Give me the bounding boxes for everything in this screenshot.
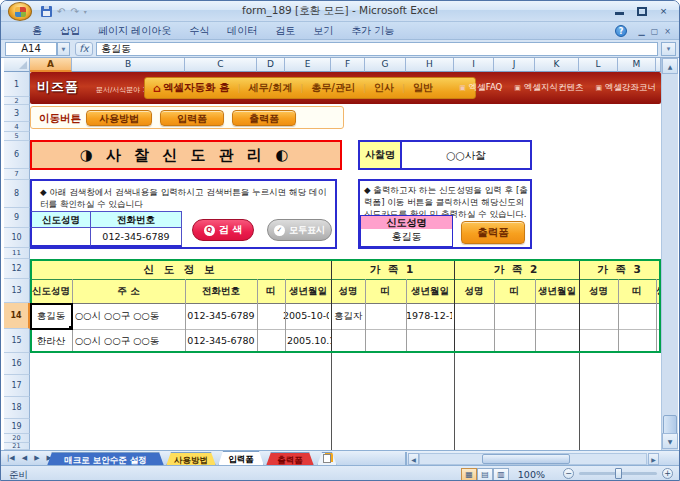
row-header-21[interactable]: 21 — [4, 443, 30, 450]
first-sheet-icon[interactable]: |◀ — [5, 453, 17, 463]
help-button[interactable]: ? — [615, 25, 627, 37]
horizontal-scrollbar[interactable] — [419, 453, 647, 465]
column-header-J[interactable]: J — [494, 58, 535, 72]
column-header-B[interactable]: B — [72, 58, 185, 72]
column-header-K[interactable]: K — [535, 58, 579, 72]
scroll-down-icon[interactable]: ▼ — [662, 433, 678, 449]
maximize-button[interactable] — [634, 5, 649, 17]
formula-bar-expand-icon[interactable]: ▾ — [661, 42, 676, 56]
hscroll-right-icon[interactable]: ▶ — [648, 453, 659, 465]
zoom-in-icon[interactable]: + — [662, 468, 673, 479]
zoom-thumb[interactable] — [615, 468, 622, 479]
search-phone-input[interactable]: 012-345-6789 — [90, 227, 182, 247]
cell-b14-address[interactable]: ○○시 ○○구 ○○동 — [75, 303, 184, 329]
tab-formulas[interactable]: 수식 — [180, 22, 218, 40]
cell-e15-birthdate[interactable]: 2005.10.1 — [287, 329, 331, 353]
goto-usage-button[interactable]: 사용방법 — [86, 110, 152, 126]
row-header-9[interactable]: 9 — [4, 208, 30, 228]
row-header-4[interactable]: 4 — [4, 122, 30, 132]
tab-addins[interactable]: 추가 기능 — [342, 22, 403, 40]
menu-hr[interactable]: 인사 — [374, 81, 394, 95]
office-button[interactable] — [8, 2, 32, 21]
cell-e14-birthdate[interactable]: 2005-10-01 — [283, 303, 329, 329]
link-excel-faq[interactable]: ▣엑셀FAQ — [459, 82, 502, 94]
column-header-G[interactable]: G — [365, 58, 406, 72]
row-header-16[interactable]: 16 — [4, 353, 30, 375]
column-header-H[interactable]: H — [406, 58, 454, 72]
column-header-L[interactable]: L — [579, 58, 618, 72]
row-header-8[interactable]: 8 — [4, 180, 30, 208]
tab-insert[interactable]: 삽입 — [51, 22, 89, 40]
prev-sheet-icon[interactable]: ◀ — [20, 453, 29, 463]
row-header-19[interactable]: 19 — [4, 419, 30, 434]
cell-f14-family-name[interactable]: 홍길자 — [334, 303, 404, 329]
menu-tax-accounting[interactable]: 세무/회계 — [249, 81, 293, 95]
tab-home[interactable]: 홈 — [23, 22, 51, 40]
column-header-M[interactable]: M — [618, 58, 656, 72]
minimize-button[interactable] — [612, 5, 627, 17]
search-button[interactable]: Q검 색 — [192, 219, 254, 241]
restore-icon[interactable]: ▢ — [651, 27, 659, 36]
column-header-A[interactable]: A — [30, 58, 72, 72]
zoom-level[interactable]: 100% — [518, 469, 545, 480]
bizform-logo[interactable]: 비즈폼 — [37, 78, 79, 96]
cell-h14-family-birthdate[interactable]: 1978-12-10 — [406, 303, 452, 329]
zoom-track[interactable] — [579, 472, 657, 475]
close-button[interactable]: × — [656, 5, 671, 17]
page-break-view-icon[interactable]: ▥ — [493, 468, 509, 481]
row-header-2[interactable]: 2 — [4, 97, 30, 105]
row-header-13[interactable]: 13 — [4, 279, 30, 303]
close-icon[interactable]: × — [664, 27, 671, 36]
cell-a15-member-name[interactable]: 한라산 — [30, 329, 72, 353]
tab-page-layout[interactable]: 페이지 레이아웃 — [89, 22, 180, 40]
goto-output-form-button[interactable]: 출력폼 — [232, 110, 296, 126]
link-excel-course[interactable]: ▣엑셀강좌코너 — [595, 82, 656, 94]
normal-view-icon[interactable]: ▦ — [461, 468, 477, 481]
insert-worksheet-tab[interactable] — [317, 452, 337, 466]
menu-general[interactable]: 일반 — [413, 81, 433, 95]
qat-dropdown-icon[interactable]: ▾ — [84, 8, 87, 15]
row-header-18[interactable]: 18 — [4, 397, 30, 419]
hscroll-left-icon[interactable]: ◀ — [408, 453, 419, 465]
select-all-corner[interactable] — [4, 58, 30, 72]
tab-view[interactable]: 보기 — [304, 22, 342, 40]
row-header-14[interactable]: 14 — [4, 303, 30, 329]
tab-data[interactable]: 데이터 — [218, 22, 266, 40]
print-name-input[interactable]: 홍길동 — [360, 229, 453, 247]
sheet-tab-input-form-active[interactable]: 입력폼 — [218, 451, 264, 466]
print-form-button[interactable]: 출력폼 — [461, 221, 525, 244]
row-header-12[interactable]: 12 — [4, 259, 30, 279]
next-sheet-icon[interactable]: ▶ — [32, 453, 41, 463]
row-header-5[interactable]: 5 — [4, 132, 30, 141]
formula-input[interactable]: 홍길동 — [96, 42, 658, 56]
row-header-1[interactable]: 1 — [4, 72, 30, 97]
undo-icon[interactable]: ↶ — [57, 6, 65, 17]
goto-input-form-button[interactable]: 입력폼 — [160, 110, 224, 126]
row-header-11[interactable]: 11 — [4, 248, 30, 259]
sheet-tab-macro-security[interactable]: 매크로 보안수준 설정 — [47, 452, 164, 466]
column-header-C[interactable]: C — [185, 58, 257, 72]
zoom-out-icon[interactable]: − — [563, 468, 574, 479]
tab-splitter[interactable] — [405, 452, 407, 465]
row-header-6[interactable]: 6 — [4, 141, 30, 169]
row-header-7[interactable]: 7 — [4, 169, 30, 180]
cell-c15-phone[interactable]: 012-345-6780 — [185, 329, 257, 353]
save-icon[interactable] — [41, 6, 52, 17]
scroll-up-icon[interactable]: ▲ — [662, 58, 678, 74]
vertical-scrollbar[interactable]: ▲ ▼ — [661, 58, 678, 450]
fill-handle[interactable] — [69, 326, 73, 330]
menu-excel-home[interactable]: ⌂엑셀자동화 홈 — [153, 81, 230, 95]
sheet-tab-output-form[interactable]: 출력폼 — [266, 452, 314, 466]
row-header-17[interactable]: 17 — [4, 375, 30, 397]
search-name-input[interactable] — [30, 227, 91, 247]
cell-b15-address[interactable]: ○○시 ○○구 ○○동 — [75, 329, 184, 353]
minimize-icon[interactable]: ▁ — [639, 27, 645, 36]
name-box[interactable]: A14 — [5, 42, 57, 56]
show-all-button[interactable]: ✓모두표시 — [267, 219, 332, 241]
insert-function-icon[interactable]: fx — [75, 42, 93, 56]
column-header-F[interactable]: F — [331, 58, 365, 72]
row-header-3[interactable]: 3 — [4, 105, 30, 122]
temple-name-value[interactable]: ○○사찰 — [402, 142, 530, 168]
menu-general-affairs[interactable]: 총무/관리 — [311, 81, 355, 95]
column-header-D[interactable]: D — [257, 58, 285, 72]
